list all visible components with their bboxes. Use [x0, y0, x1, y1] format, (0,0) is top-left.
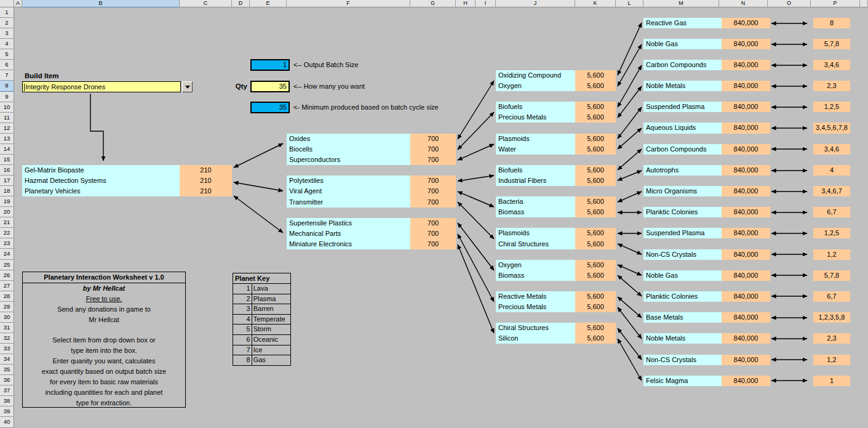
tier4-planet-types[interactable]: 5,7,8	[813, 270, 850, 281]
row-header[interactable]: 14	[0, 144, 14, 155]
tier4-quantity[interactable]: 840,000	[722, 102, 770, 112]
output-batch-size-cell[interactable]: 1	[250, 59, 290, 71]
row-header[interactable]: 9	[0, 92, 14, 102]
tier3-item-cells[interactable]: Plasmoids Water	[496, 134, 575, 155]
tier4-material[interactable]: Suspended Plasma	[643, 102, 722, 112]
tier2-item[interactable]: Oxides	[287, 134, 410, 144]
col-header-g[interactable]: G	[410, 0, 456, 7]
tier4-material[interactable]: Non-CS Crystals	[643, 355, 722, 365]
tier4-quantity[interactable]: 840,000	[722, 291, 770, 302]
row-header[interactable]: 10	[0, 102, 14, 113]
tier2-quantity[interactable]: 700	[410, 239, 456, 249]
tier4-material[interactable]: Noble Metals	[643, 81, 722, 91]
row-header[interactable]: 37	[0, 386, 14, 396]
tier3-quantity[interactable]: 5,600	[575, 260, 616, 270]
tier2-quantity[interactable]: 700	[410, 197, 456, 208]
col-header-n[interactable]: N	[719, 0, 768, 7]
row-header[interactable]: 35	[0, 365, 14, 375]
tier2-quantity[interactable]: 700	[410, 155, 456, 165]
tier3-item[interactable]: Chiral Structures	[496, 323, 575, 333]
tier3-item-cells[interactable]: Biofuels Industrial Fibers	[496, 165, 575, 186]
col-header-a[interactable]: A	[14, 0, 22, 7]
tier1-item-cells[interactable]: Gel-Matrix Biopaste Hazmat Detection Sys…	[22, 165, 180, 196]
tier4-planet-types[interactable]: 2,3	[813, 333, 850, 344]
tier4-quantity[interactable]: 840,000	[722, 39, 770, 49]
tier4-planet-types[interactable]: 1	[813, 376, 850, 386]
col-header-j[interactable]: J	[496, 0, 575, 7]
tier2-item[interactable]: Supertensile Plastics	[287, 218, 410, 228]
col-header-c[interactable]: C	[180, 0, 232, 7]
tier1-item[interactable]: Gel-Matrix Biopaste	[22, 165, 180, 176]
row-header[interactable]: 19	[0, 196, 14, 207]
tier3-quantity-cells[interactable]: 5,600 5,600	[575, 228, 616, 249]
tier3-item[interactable]: Precious Metals	[496, 112, 575, 123]
tier4-material[interactable]: Noble Gas	[643, 270, 722, 281]
tier3-quantity[interactable]: 5,600	[575, 196, 616, 207]
tier4-planet-types[interactable]: 3,4,6,7	[813, 186, 850, 196]
tier4-quantity[interactable]: 840,000	[722, 165, 770, 176]
tier3-item[interactable]: Oxygen	[496, 81, 575, 91]
tier4-planet-types[interactable]: 1,2,5	[813, 228, 850, 238]
tier3-quantity[interactable]: 5,600	[575, 302, 616, 312]
row-header[interactable]: 4	[0, 39, 14, 49]
tier3-quantity[interactable]: 5,600	[575, 144, 616, 155]
col-header-f[interactable]: F	[287, 0, 410, 7]
tier3-item[interactable]: Oxygen	[496, 260, 575, 270]
minimum-produced-cell[interactable]: 35	[250, 102, 290, 113]
tier2-item[interactable]: Viral Agent	[287, 186, 410, 196]
tier3-quantity[interactable]: 5,600	[575, 134, 616, 144]
row-header[interactable]: 13	[0, 134, 14, 144]
tier3-item[interactable]: Plasmoids	[496, 228, 575, 238]
tier4-planet-types[interactable]: 3,4,5,6,7,8	[813, 123, 850, 133]
col-header-l[interactable]: L	[616, 0, 643, 7]
row-header[interactable]: 27	[0, 281, 14, 291]
row-header[interactable]: 40	[0, 417, 14, 427]
tier3-item[interactable]: Industrial Fibers	[496, 176, 575, 186]
row-header[interactable]: 34	[0, 354, 14, 365]
dropdown-arrow-button[interactable]	[182, 81, 193, 92]
row-header[interactable]: 1	[0, 7, 14, 18]
tier4-material[interactable]: Planktic Colonies	[643, 291, 722, 302]
col-header-h[interactable]: H	[456, 0, 476, 7]
tier4-planet-types[interactable]: 8	[813, 18, 850, 28]
tier2-item-cells[interactable]: Supertensile Plastics Mechanical Parts M…	[287, 218, 410, 249]
tier3-item[interactable]: Biofuels	[496, 102, 575, 112]
tier3-quantity[interactable]: 5,600	[575, 270, 616, 281]
tier3-item-cells[interactable]: Oxidizing Compound Oxygen	[496, 70, 575, 91]
tier3-item-cells[interactable]: Plasmoids Chiral Structures	[496, 228, 575, 249]
tier2-item[interactable]: Transmitter	[287, 197, 410, 208]
tier3-quantity[interactable]: 5,600	[575, 70, 616, 81]
tier2-quantity[interactable]: 700	[410, 186, 456, 196]
tier4-material[interactable]: Autotrophs	[643, 165, 722, 176]
tier3-quantity-cells[interactable]: 5,600 5,600	[575, 260, 616, 281]
tier4-material[interactable]: Reactive Gas	[643, 18, 722, 28]
tier4-planet-types[interactable]: 3,4,6	[813, 60, 850, 70]
tier4-planet-types[interactable]: 2,3	[813, 81, 850, 91]
tier4-quantity[interactable]: 840,000	[722, 18, 770, 28]
qty-input-cell[interactable]: 35	[250, 81, 290, 92]
tier2-quantity[interactable]: 700	[410, 218, 456, 228]
tier3-item[interactable]: Chiral Structures	[496, 239, 575, 249]
tier2-item[interactable]: Superconductors	[287, 155, 410, 165]
tier3-item[interactable]: Oxidizing Compound	[496, 70, 575, 81]
col-header-p[interactable]: P	[811, 0, 860, 7]
row-header[interactable]: 24	[0, 249, 14, 259]
tier3-quantity[interactable]: 5,600	[575, 176, 616, 186]
row-header[interactable]: 30	[0, 312, 14, 323]
col-header-m[interactable]: M	[643, 0, 719, 7]
tier4-quantity[interactable]: 840,000	[722, 144, 770, 155]
row-header[interactable]: 20	[0, 207, 14, 217]
tier3-item-cells[interactable]: Oxygen Biomass	[496, 260, 575, 281]
tier4-planet-types[interactable]: 5,7,8	[813, 39, 850, 49]
row-header[interactable]: 8	[0, 81, 14, 91]
tier3-item[interactable]: Plasmoids	[496, 134, 575, 144]
col-header-b[interactable]: B	[22, 0, 180, 7]
tier1-quantity-cells[interactable]: 210 210 210	[180, 165, 232, 196]
col-header-e[interactable]: E	[250, 0, 287, 7]
tier4-quantity[interactable]: 840,000	[722, 60, 770, 70]
row-header[interactable]: 32	[0, 333, 14, 344]
tier3-quantity[interactable]: 5,600	[575, 291, 616, 302]
tier3-item[interactable]: Biofuels	[496, 165, 575, 176]
tier4-material[interactable]: Carbon Compounds	[643, 144, 722, 155]
tier4-quantity[interactable]: 840,000	[722, 207, 770, 217]
